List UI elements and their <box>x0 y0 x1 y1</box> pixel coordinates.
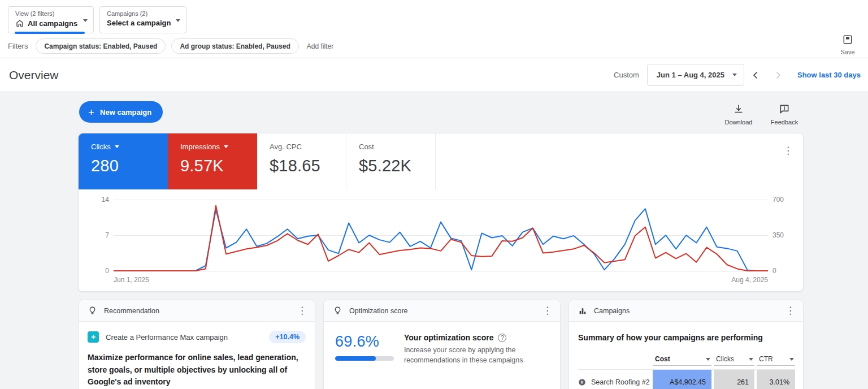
date-mode-label: Custom <box>614 71 639 79</box>
google-ads-overview-page: View (2 filters) All campaigns Campaigns… <box>0 0 868 389</box>
metric-tile-clicks[interactable]: Clicks 280 <box>79 133 168 189</box>
card-title: Campaigns <box>594 307 779 315</box>
column-label: Clicks <box>716 355 734 363</box>
paused-status-icon <box>578 378 586 386</box>
new-campaign-button[interactable]: + New campaign <box>79 101 163 123</box>
recommendation-card-header: Recommendation ⋮ <box>79 300 315 322</box>
date-range-value: Jun 1 – Aug 4, 2025 <box>657 71 724 79</box>
performance-chart-card: Clicks 280 Impressions 9.57K Avg. CPC <box>78 133 804 292</box>
clicks-cell: 261 <box>714 370 754 389</box>
metric-value: $18.65 <box>270 157 346 175</box>
previous-period-button[interactable] <box>744 64 767 87</box>
recommendation-menu-button[interactable]: ⋮ <box>297 306 307 315</box>
campaigns-card-header: Campaigns ⋮ <box>569 300 803 322</box>
x-axis-end-label: Aug 4, 2025 <box>731 276 768 284</box>
campaigns-table: Cost Clicks CTR Search Roofi <box>578 350 795 389</box>
download-icon <box>733 103 744 115</box>
y-axis-right-tick: 350 <box>772 231 795 239</box>
overview-content: + New campaign Download Feedback Clicks … <box>0 91 868 389</box>
metric-value: $5.22K <box>359 157 435 175</box>
home-icon <box>15 19 24 28</box>
campaigns-menu-button[interactable]: ⋮ <box>785 306 795 315</box>
optimization-score-block: 69.6% <box>335 333 394 365</box>
show-last-30-days-link[interactable]: Show last 30 days <box>797 71 861 79</box>
recommendation-card-body: + Create a Performance Max campaign +10.… <box>79 322 315 389</box>
new-campaign-label: New campaign <box>100 108 151 116</box>
trend-lines[interactable] <box>114 200 768 271</box>
ctr-cell: 3.01% <box>757 370 795 389</box>
bar-chart-icon <box>578 306 587 315</box>
next-period-button[interactable] <box>767 64 789 87</box>
feedback-button[interactable]: Feedback <box>766 103 802 126</box>
y-axis-left-tick: 7 <box>89 231 109 239</box>
download-label: Download <box>721 119 757 126</box>
chevron-down-icon <box>224 145 228 148</box>
optimization-progress-fill <box>335 356 376 361</box>
optimization-card-header: Optimization score ⋮ <box>324 300 560 322</box>
chevron-down-icon <box>749 358 753 361</box>
metric-tile-avg-cpc[interactable]: Avg. CPC $18.65 <box>257 133 346 189</box>
chevron-down-icon <box>789 358 794 361</box>
column-header-ctr[interactable]: CTR <box>757 355 795 366</box>
help-icon[interactable]: ? <box>498 334 506 342</box>
optimization-text-block: Your optimization score ? Increase your … <box>404 333 551 365</box>
optimization-description: Increase your score by applying the reco… <box>404 345 551 365</box>
card-title: Optimization score <box>349 307 536 315</box>
optimization-menu-button[interactable]: ⋮ <box>542 306 552 315</box>
cost-cell: A$4,902.45 <box>653 370 711 389</box>
column-header-cost[interactable]: Cost <box>653 355 711 366</box>
y-axis-left-tick: 0 <box>89 267 109 275</box>
metric-label: Impressions <box>180 142 220 151</box>
page-header: Overview Custom Jun 1 – Aug 4, 2025 Show… <box>0 59 868 91</box>
column-label: Cost <box>655 355 670 363</box>
lightbulb-icon <box>333 306 342 315</box>
filters-label: Filters <box>8 42 28 50</box>
recommendation-card: Recommendation ⋮ + Create a Performance … <box>78 300 315 389</box>
card-title: Recommendation <box>104 307 290 315</box>
filter-chip-adgroup-status[interactable]: Ad group status: Enabled, Paused <box>171 38 298 54</box>
view-selector[interactable]: View (2 filters) All campaigns <box>8 6 94 33</box>
campaigns-table-header: Cost Clicks CTR <box>578 350 795 366</box>
column-header-clicks[interactable]: Clicks <box>714 355 754 366</box>
chevron-down-icon <box>83 19 88 22</box>
metric-tile-impressions[interactable]: Impressions 9.57K <box>168 133 257 189</box>
save-button[interactable]: Save <box>835 34 860 55</box>
metric-label: Cost <box>359 142 374 151</box>
recommendation-headline: Maximize performance for online sales, l… <box>88 352 306 388</box>
y-axis-right-tick: 700 <box>772 196 795 204</box>
chevron-down-icon <box>115 145 119 148</box>
campaign-selector[interactable]: Campaigns (2) Select a campaign <box>99 6 186 33</box>
campaign-selector-label: Campaigns (2) <box>107 10 180 18</box>
chart-card-menu-button[interactable]: ⋮ <box>783 146 793 155</box>
optimization-score-card: Optimization score ⋮ 69.6% Your optimiza… <box>323 300 561 389</box>
feedback-icon <box>779 103 790 115</box>
chevron-down-icon <box>706 358 710 361</box>
optimization-heading: Your optimization score <box>404 333 493 342</box>
performance-max-icon: + <box>88 331 99 343</box>
download-button[interactable]: Download <box>721 103 757 126</box>
table-row[interactable]: Search Roofing #2 A$4,902.45 261 3.01% <box>578 369 795 389</box>
series-line-clicks <box>114 209 768 271</box>
gridline-bottom <box>114 271 768 271</box>
filter-chip-campaign-status[interactable]: Campaign status: Enabled, Paused <box>36 38 166 54</box>
metric-tile-cost[interactable]: Cost $5.22K <box>346 133 436 189</box>
chevron-down-icon <box>176 19 180 22</box>
filters-row: Filters Campaign status: Enabled, Paused… <box>8 38 333 54</box>
chevron-down-icon <box>732 74 737 76</box>
add-filter-button[interactable]: Add filter <box>305 42 333 50</box>
date-range-picker[interactable]: Jun 1 – Aug 4, 2025 <box>647 64 744 86</box>
metric-value: 280 <box>91 157 168 175</box>
metric-label: Avg. CPC <box>270 142 302 151</box>
x-axis-start-label: Jun 1, 2025 <box>114 276 149 284</box>
y-axis-left-tick: 14 <box>89 196 109 204</box>
series-line-impressions <box>114 206 768 271</box>
feedback-label: Feedback <box>766 119 802 126</box>
optimization-score-value: 69.6% <box>335 333 394 351</box>
recommendation-item-title[interactable]: Create a Performance Max campaign <box>106 333 262 342</box>
view-selector-value: All campaigns <box>28 19 77 28</box>
lightbulb-icon <box>88 306 97 315</box>
metric-tiles: Clicks 280 Impressions 9.57K Avg. CPC <box>79 133 436 189</box>
trend-chart: 14 7 0 700 350 0 Jun 1, 2025 Aug 4, 2025 <box>114 200 768 271</box>
chevron-right-icon <box>773 70 783 80</box>
save-icon <box>842 34 853 45</box>
